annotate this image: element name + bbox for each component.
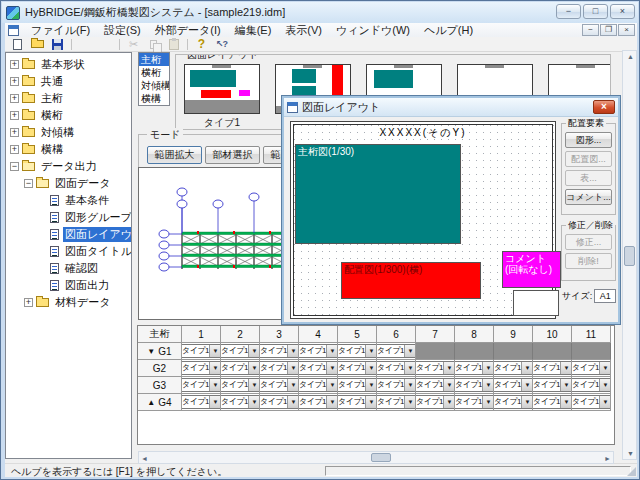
row-label-g4[interactable]: ▲G4 xyxy=(138,394,182,411)
thumbnail-layout-type-1[interactable] xyxy=(184,64,260,114)
menu-file[interactable]: ファイル(F) xyxy=(24,23,97,37)
tree-item-lateral-bracing[interactable]: +横構 xyxy=(6,141,131,158)
type-combobox[interactable]: タイプ1▼ xyxy=(572,378,611,392)
figure-button[interactable]: 図形... xyxy=(565,132,612,148)
tree-item-drawing-data[interactable]: −図面データ xyxy=(6,175,131,192)
chevron-down-icon[interactable]: ▼ xyxy=(209,345,221,357)
chevron-down-icon[interactable]: ▼ xyxy=(209,396,221,408)
chevron-down-icon[interactable]: ▼ xyxy=(287,345,299,357)
expander-minus-icon[interactable]: − xyxy=(10,162,19,171)
chevron-down-icon[interactable]: ▼ xyxy=(404,379,416,391)
chevron-down-icon[interactable]: ▼ xyxy=(326,396,338,408)
tree-item-cross-girder[interactable]: +横桁 xyxy=(6,107,131,124)
maximize-button[interactable]: □ xyxy=(583,4,608,19)
open-icon[interactable] xyxy=(29,38,46,51)
new-icon[interactable] xyxy=(9,38,26,51)
chevron-down-icon[interactable]: ▼ xyxy=(482,396,494,408)
type-combobox[interactable]: タイプ1▼ xyxy=(455,361,494,375)
chevron-down-icon[interactable]: ▼ xyxy=(482,362,494,374)
type-combobox[interactable]: タイプ1▼ xyxy=(494,361,533,375)
menu-edit[interactable]: 編集(E) xyxy=(228,23,279,37)
resize-grip-icon[interactable] xyxy=(627,467,636,476)
tree-item-basic-condition[interactable]: 基本条件 xyxy=(6,192,131,209)
chevron-down-icon[interactable]: ▼ xyxy=(521,362,533,374)
expander-minus-icon[interactable]: − xyxy=(24,179,33,188)
type-combobox[interactable]: タイプ1▼ xyxy=(221,361,260,375)
type-combobox[interactable]: タイプ1▼ xyxy=(533,395,572,409)
type-combobox[interactable]: タイプ1▼ xyxy=(494,378,533,392)
type-combobox[interactable]: タイプ1▼ xyxy=(416,395,455,409)
type-combobox[interactable]: タイプ1▼ xyxy=(260,378,299,392)
type-combobox[interactable]: タイプ1▼ xyxy=(455,395,494,409)
type-combobox[interactable]: タイプ1▼ xyxy=(338,361,377,375)
chevron-down-icon[interactable]: ▼ xyxy=(443,379,455,391)
horizontal-scroll-thumb[interactable] xyxy=(371,453,391,462)
row-label-g2[interactable]: G2 xyxy=(138,360,182,377)
save-icon[interactable] xyxy=(49,38,66,51)
chevron-down-icon[interactable]: ▼ xyxy=(248,345,260,357)
type-combobox[interactable]: タイプ1▼ xyxy=(338,395,377,409)
vertical-scrollbar[interactable]: ▲ ▼ xyxy=(622,50,637,460)
menu-external-data[interactable]: 外部データ(I) xyxy=(148,23,228,37)
child-minimize-button[interactable]: − xyxy=(582,24,599,36)
type-combobox[interactable]: タイプ1▼ xyxy=(182,395,221,409)
tree-item-drawing-title[interactable]: 図面タイトル xyxy=(6,243,131,260)
chevron-down-icon[interactable]: ▼ xyxy=(209,362,221,374)
scroll-left-icon[interactable]: ◄ xyxy=(141,454,148,463)
menu-view[interactable]: 表示(V) xyxy=(278,23,329,37)
type-combobox[interactable]: タイプ1▼ xyxy=(533,378,572,392)
expander-plus-icon[interactable]: + xyxy=(10,60,19,69)
scroll-up-icon[interactable]: ▲ xyxy=(627,52,634,61)
type-combobox[interactable]: タイプ1▼ xyxy=(416,378,455,392)
tree-item-sway-bracing[interactable]: +対傾構 xyxy=(6,124,131,141)
vertical-scroll-thumb[interactable] xyxy=(624,246,635,266)
chevron-down-icon[interactable]: ▼ xyxy=(365,396,377,408)
chevron-down-icon[interactable]: ▼ xyxy=(599,396,611,408)
chevron-down-icon[interactable]: ▼ xyxy=(521,396,533,408)
type-combobox[interactable]: タイプ1▼ xyxy=(260,395,299,409)
expander-plus-icon[interactable]: + xyxy=(24,298,33,307)
type-combobox[interactable]: タイプ1▼ xyxy=(572,395,611,409)
scroll-right-icon[interactable]: ► xyxy=(604,454,611,463)
main-girder-figure[interactable]: 主桁図(1/30) xyxy=(295,144,461,244)
type-combobox[interactable]: タイプ1▼ xyxy=(494,395,533,409)
type-combobox[interactable]: タイプ1▼ xyxy=(572,361,611,375)
chevron-down-icon[interactable]: ▼ xyxy=(248,379,260,391)
type-combobox[interactable]: タイプ1▼ xyxy=(221,378,260,392)
expander-plus-icon[interactable]: + xyxy=(10,94,19,103)
chevron-down-icon[interactable]: ▼ xyxy=(599,362,611,374)
tree-item-drawing-output[interactable]: 図面出力 xyxy=(6,277,131,294)
chevron-down-icon[interactable]: ▼ xyxy=(287,379,299,391)
type-combobox[interactable]: タイプ1▼ xyxy=(533,361,572,375)
type-combobox[interactable]: タイプ1▼ xyxy=(182,361,221,375)
chevron-down-icon[interactable]: ▼ xyxy=(599,379,611,391)
layout-sheet-canvas[interactable]: XXXXX(そのY) 主桁図(1/30)配置図(1/300)(横)コメント(回転… xyxy=(290,121,556,319)
type-combobox[interactable]: タイプ1▼ xyxy=(182,344,221,358)
type-combobox[interactable]: タイプ1▼ xyxy=(299,395,338,409)
type-combobox[interactable]: タイプ1▼ xyxy=(416,361,455,375)
chevron-down-icon[interactable]: ▼ xyxy=(443,362,455,374)
chevron-down-icon[interactable]: ▼ xyxy=(404,396,416,408)
comment-figure[interactable]: コメント(回転なし) xyxy=(502,251,561,288)
chevron-down-icon[interactable]: ▼ xyxy=(560,379,572,391)
chevron-down-icon[interactable]: ▼ xyxy=(209,379,221,391)
chevron-down-icon[interactable]: ▼ xyxy=(365,345,377,357)
context-help-icon[interactable]: ↖? xyxy=(213,38,230,51)
type-combobox[interactable]: タイプ1▼ xyxy=(377,344,416,358)
dialog-close-button[interactable]: × xyxy=(593,100,615,114)
chevron-down-icon[interactable]: ▼ xyxy=(365,379,377,391)
type-combobox[interactable]: タイプ1▼ xyxy=(221,395,260,409)
expander-plus-icon[interactable]: + xyxy=(10,111,19,120)
chevron-down-icon[interactable]: ▼ xyxy=(521,379,533,391)
type-combobox[interactable]: タイプ1▼ xyxy=(377,361,416,375)
horizontal-scrollbar[interactable]: ◄ ► xyxy=(138,451,614,464)
mode-button-zoom-range[interactable]: 範囲拡大 xyxy=(147,146,202,164)
expander-plus-icon[interactable]: + xyxy=(10,77,19,86)
help-icon[interactable]: ? xyxy=(193,38,210,51)
chevron-down-icon[interactable]: ▼ xyxy=(560,396,572,408)
type-combobox[interactable]: タイプ1▼ xyxy=(221,344,260,358)
menu-help[interactable]: ヘルプ(H) xyxy=(417,23,480,37)
move-up-icon[interactable] xyxy=(77,38,94,51)
type-combobox[interactable]: タイプ1▼ xyxy=(299,344,338,358)
move-down-icon[interactable] xyxy=(97,38,114,51)
